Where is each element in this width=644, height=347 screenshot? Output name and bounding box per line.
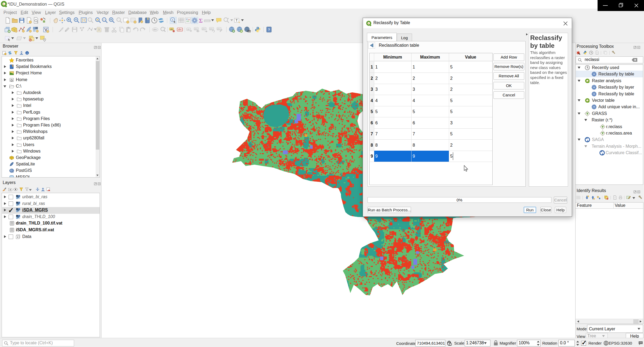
- svg-text:abc: abc: [210, 28, 213, 30]
- svg-text:abc: abc: [202, 28, 206, 30]
- svg-text:abc: abc: [194, 28, 198, 30]
- svg-text:?: ?: [268, 28, 270, 32]
- svg-text:i: i: [172, 18, 173, 21]
- svg-text:!: !: [450, 344, 451, 345]
- svg-text:Σ: Σ: [199, 17, 203, 24]
- svg-text:T: T: [236, 19, 238, 22]
- svg-text:1:1: 1:1: [103, 19, 105, 21]
- svg-text:ab: ab: [170, 28, 173, 30]
- svg-text:abc: abc: [178, 28, 182, 31]
- svg-text:abc: abc: [217, 28, 221, 30]
- svg-text:ab: ab: [187, 28, 190, 31]
- svg-text:abc: abc: [153, 28, 157, 31]
